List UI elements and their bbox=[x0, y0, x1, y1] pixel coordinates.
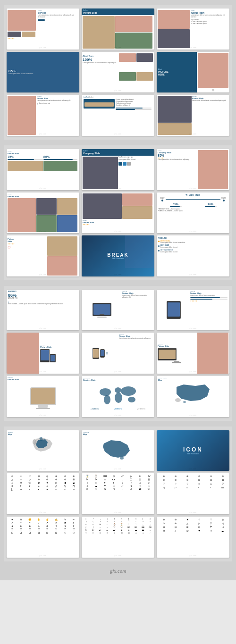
gallery-desc: Lorem ipsum dolor sit amet consectetur bbox=[8, 73, 34, 75]
watermark: gfx.com bbox=[39, 274, 46, 276]
icon-subtitle: Slide Presentation bbox=[183, 453, 203, 455]
slide-icons-grid1[interactable]: ⊙☆♡⊞◎⊛⊘⊗ △□◇⊕⊖⊜⊝⊞ ⌂✉☏✿★◐◑◒ ⊻⊼⊽⊾⊿⋀⋁⋂ ⋃⋄⋅⋆… bbox=[7, 473, 79, 514]
mockup2-title: Picture Slide bbox=[190, 292, 228, 294]
slide-mockup6[interactable]: MockUp Picture Slide gfx.com bbox=[7, 376, 79, 417]
watermark: gfx.com bbox=[189, 371, 196, 373]
icons-grid5-content: ⌂⌃⌄⌅⌆⌇⌈⌉⌊⌋ ⌌⌍⌎⌏⌐⌑⌒⌓⌔⌕ ⌖⌗⌘⌙⌚⌛⌜⌝⌞⌟ ⌠⌡⌢⌣⌤⌥⌦… bbox=[83, 518, 153, 534]
slide-australia-map[interactable]: Australia Map gfx.com bbox=[82, 430, 154, 471]
slide-mockup1[interactable]: MockUp Picture Slide Lorem ipsum dolor s… bbox=[82, 290, 154, 331]
timeline2-items: BEST DREAM Lorem ipsum dolor sit amet co… bbox=[158, 240, 228, 253]
watermark: gfx.com bbox=[114, 511, 121, 513]
slide-usa-map[interactable]: United States Map gfx.com bbox=[157, 376, 229, 417]
slide-timeline2[interactable]: TIMELINE BEST DREAM Lorem ipsum dolor si… bbox=[157, 235, 229, 276]
stars5: ★★★★★ bbox=[190, 300, 228, 302]
timeline-title: TIMELINE bbox=[158, 194, 228, 197]
slide-list-text[interactable]: List Text Collect Lorem ipsum text here … bbox=[82, 95, 154, 136]
world-stat3: ● STATISTIC bbox=[137, 409, 146, 410]
watermark: gfx.com bbox=[189, 47, 196, 49]
world-stat2: ● STATISTIC bbox=[114, 409, 122, 410]
watermark: gfx.com bbox=[39, 47, 46, 49]
picture-icon: ⊞ bbox=[198, 88, 228, 92]
pct-85-2: 85% bbox=[158, 154, 197, 157]
gallery-stats-label: Gallery bbox=[8, 151, 78, 152]
slide-icons-grid5[interactable]: ⌂⌃⌄⌅⌆⌇⌈⌉⌊⌋ ⌌⌍⌎⌏⌐⌑⌒⌓⌔⌕ ⌖⌗⌘⌙⌚⌛⌜⌝⌞⌟ ⌠⌡⌢⌣⌤⌥⌦… bbox=[82, 517, 154, 558]
slide-europe-map[interactable]: Europe Map gfx.com bbox=[7, 430, 79, 471]
slide-about-team[interactable]: About About Team Lorem ipsum dolor sit a… bbox=[157, 8, 229, 50]
slide-desc: Lorem ipsum dolor sit amet consectetur a… bbox=[38, 15, 76, 18]
icon-title: ICON bbox=[183, 446, 203, 453]
section-1: ★★★★★ About Service Lorem ipsum dolor si… bbox=[4, 5, 232, 140]
list-text-label: List Text Collect bbox=[84, 96, 152, 98]
slide-gallery-picture[interactable]: Gallery Picture Slide Lorem ipsum dolor … bbox=[157, 95, 229, 136]
slide-icons-grid6[interactable]: ⊕⊖★☆♡◎ ⊙⊛△▷▽◁ ⊞⊟⊠⊡⊢⊣ ✉⌂☏☂☀☁ gfx.com bbox=[157, 517, 229, 558]
slide-mockup2[interactable]: MockUp Picture Slide Lorem ipsum dolor s… bbox=[157, 290, 229, 331]
slide-company1[interactable]: Gallery Company Slide Top Themes ★★★★★ L… bbox=[82, 149, 154, 190]
mockup1-title: Picture Slide bbox=[122, 292, 153, 294]
svg-point-0 bbox=[100, 388, 111, 396]
mockup1-desc: Lorem ipsum dolor sit amet consectetur a… bbox=[122, 295, 153, 299]
watermark: gfx.com bbox=[39, 468, 46, 470]
slide-gallery-pic3[interactable]: Gallery Picture Slide ★★★★★ gfx.com bbox=[82, 192, 154, 234]
australia-map-svg bbox=[99, 436, 137, 460]
slide-icon-title[interactable]: ICON Slide Presentation gfx.com bbox=[157, 430, 229, 471]
slide-gallery-pic4[interactable]: Gallery Picture Slide ★★★★★ ♡ gfx.com bbox=[7, 235, 79, 276]
gfx-watermark: gfx.com bbox=[4, 567, 232, 576]
gallery-stats-title: Picture Slide bbox=[8, 152, 78, 155]
slide-icons-grid4[interactable]: ✈✉✊✋✌✍✎✏ ✐✑✒✓✔✕✖✗ ✘✙✚✛✜✝✞✟ ☰☱☲☳☴☵☶☷ ⚀⚁⚂⚃… bbox=[7, 517, 79, 558]
europe-map-svg bbox=[24, 436, 62, 458]
australia-title: Map bbox=[83, 433, 153, 435]
icons-grid1-content: ⊙☆♡⊞◎⊛⊘⊗ △□◇⊕⊖⊜⊝⊞ ⌂✉☏✿★◐◑◒ ⊻⊼⊽⊾⊿⋀⋁⋂ ⋃⋄⋅⋆… bbox=[8, 475, 78, 491]
slide-company2[interactable]: About Company Slide 85% ★★★★★ Lorem ipsu… bbox=[157, 149, 229, 190]
slide-collect-team-100[interactable]: Collect About Team 100% Lorem ipsum dolo… bbox=[82, 52, 154, 93]
watermark: gfx.com bbox=[189, 274, 196, 276]
slide-picture-here[interactable]: About PICTUREHERE ⊞ gfx.com bbox=[157, 52, 229, 93]
watermark: gfx.com bbox=[189, 327, 196, 329]
watermark: gfx.com bbox=[39, 511, 46, 513]
slide-icons-grid2[interactable]: ⌛⌚⌨⌬⌭⌮⌯⌰ ⌱⌲⌳⌴⌵⌶⌷⌸ ♠♣♥♦♩♪♫♬ ☀☁☂☃☄★☆☇ ☈☉☊☋… bbox=[82, 473, 154, 514]
watermark: gfx.com bbox=[189, 133, 196, 135]
slide-service[interactable]: ★★★★★ About Service Lorem ipsum dolor si… bbox=[7, 8, 79, 50]
slide-icons-grid3[interactable]: ⊕⊖⊗⊘⊙⊚ ⊛⊜⊝⊞⊟⊠ ♡♢♤◇△▽ ◁▷□▪▫▬ gfx.com bbox=[157, 473, 229, 514]
slide-grid-1: ★★★★★ About Service Lorem ipsum dolor si… bbox=[7, 8, 229, 136]
watermark: gfx.com bbox=[114, 414, 121, 416]
pct-86: 86% bbox=[43, 155, 77, 159]
watermark: gfx.com bbox=[189, 90, 196, 92]
break-title: BREAK bbox=[107, 252, 129, 258]
slide-collect-picture[interactable]: Collect Picture Slide gfx.com bbox=[82, 8, 154, 50]
watermark: gfx.com bbox=[189, 468, 196, 470]
slide-timeline[interactable]: TIMELINE START FINISH bbox=[157, 192, 229, 234]
slide-gallery-85[interactable]: 85% Lorem ipsum dolor sit amet consectet… bbox=[7, 52, 79, 93]
slide-gallery-pic2[interactable]: Gallery Picture Slide gfx.com bbox=[7, 192, 79, 234]
company-desc2: Lorem ipsum dolor sit amet bbox=[118, 159, 152, 161]
slide-mockup4[interactable]: ⊞ MockUp Picture Slide Lorem ipsum dolor… bbox=[82, 333, 154, 374]
slide-gallery-stats[interactable]: Gallery Picture Slide 75% 86% bbox=[7, 149, 79, 190]
mockup3-title: Picture Slide bbox=[40, 346, 77, 348]
watermark: gfx.com bbox=[114, 187, 121, 189]
mockup5-title: Picture Slide bbox=[158, 345, 196, 347]
slide-break[interactable]: BREAK Slide Presentation gfx.com bbox=[82, 235, 154, 276]
slide-mockup3[interactable]: MockUp Picture Slide gfx.com bbox=[7, 333, 79, 374]
watermark: gfx.com bbox=[114, 371, 121, 373]
svg-point-2 bbox=[115, 387, 121, 393]
break-subtitle: Slide Presentation bbox=[107, 258, 129, 259]
stars4: ★★★★★ bbox=[8, 243, 47, 245]
gallery-label2: Gallery bbox=[8, 193, 78, 195]
collect-title: About Team bbox=[83, 55, 118, 57]
slide-grid-4: Europe Map gfx.com bbox=[7, 430, 229, 558]
icons-grid6-content: ⊕⊖★☆♡◎ ⊙⊛△▷▽◁ ⊞⊟⊠⊡⊢⊣ ✉⌂☏☂☀☁ bbox=[158, 518, 228, 532]
pct-75: 75% bbox=[8, 155, 43, 159]
watermark: gfx.com bbox=[39, 414, 46, 416]
timeline-items: • MISSION TITLE — Lorem ipsum • TARGET B… bbox=[158, 209, 228, 212]
pct-100: 100% bbox=[83, 58, 118, 62]
timeline-end: FINISH bbox=[221, 198, 226, 200]
slide-collect-girl[interactable]: Collect Picture Slide Lorem ipsum dolor … bbox=[7, 95, 79, 136]
best-price-desc: AROUND YOU bbox=[8, 298, 78, 300]
watermark: gfx.com bbox=[114, 90, 121, 92]
slide-best-price[interactable]: BEST PRICE 86% AROUND YOU ↓ BEST IN MAN … bbox=[7, 290, 79, 331]
usa-map-svg bbox=[174, 382, 212, 403]
slide-world-map[interactable]: World Map Creative Slide bbox=[82, 376, 154, 417]
watermark: gfx.com bbox=[114, 47, 121, 49]
watermark: gfx.com bbox=[39, 90, 46, 92]
watermark: gfx.com bbox=[39, 230, 46, 232]
slide-mockup5[interactable]: MockUp Picture Slide gfx.com bbox=[157, 333, 229, 374]
